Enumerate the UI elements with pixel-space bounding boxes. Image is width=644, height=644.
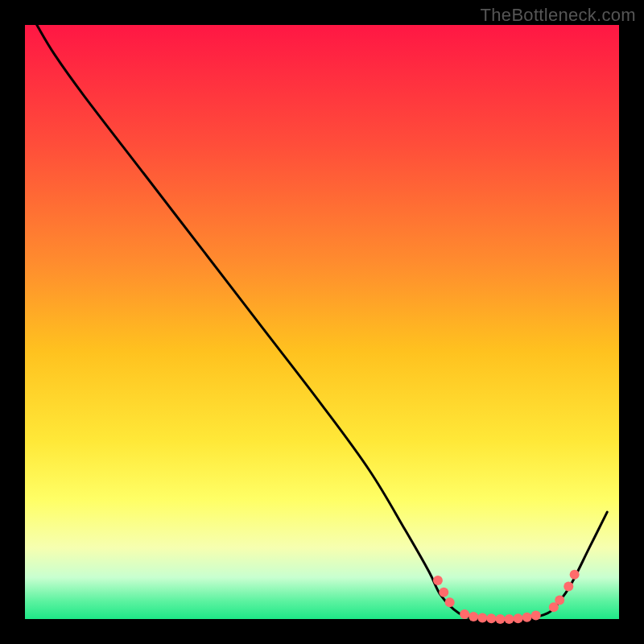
curve-marker [495,614,505,624]
curve-marker [460,609,469,619]
watermark-text: TheBottleneck.com [481,5,636,26]
chart-background [25,25,619,619]
curve-marker [486,613,496,623]
curve-marker [564,581,573,591]
curve-marker [439,588,448,597]
curve-marker [445,597,455,607]
curve-marker [570,570,580,580]
curve-marker [522,613,532,622]
chart-stage: TheBottleneck.com [0,0,644,644]
curve-marker [504,614,514,624]
curve-marker [531,611,541,621]
curve-marker [514,613,523,623]
curve-marker [433,576,443,585]
curve-marker [477,613,487,623]
curve-marker [555,595,564,605]
curve-marker [469,612,478,621]
bottleneck-chart [0,0,644,644]
